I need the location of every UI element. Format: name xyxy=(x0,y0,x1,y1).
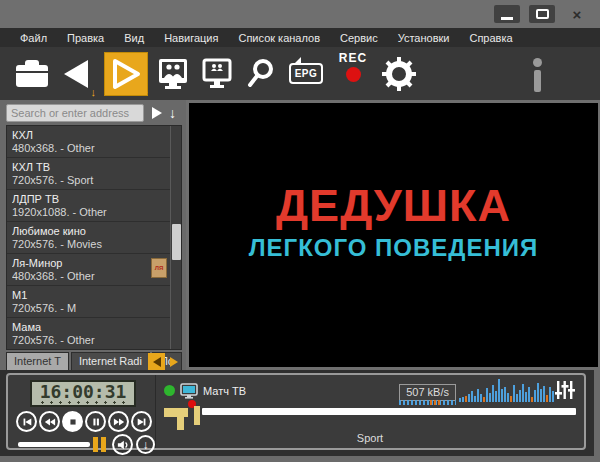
info-button[interactable] xyxy=(532,51,542,99)
channel-name: КХЛ xyxy=(12,129,166,142)
seek-row xyxy=(164,405,576,431)
spectrum-bar xyxy=(489,393,491,402)
bitrate-wrap: 507 kB/s xyxy=(399,382,456,400)
small-down-arrow-icon: ↓ xyxy=(144,84,150,95)
category-label: Sport xyxy=(164,431,576,446)
channel-list-item[interactable]: КХЛ ТВ720x576. - Sport xyxy=(7,158,170,190)
now-playing-label: Матч ТВ xyxy=(203,385,399,397)
dropdown-arrow-icon[interactable]: ↓ xyxy=(169,106,176,120)
display-icon xyxy=(201,57,233,91)
rewind-icon xyxy=(44,416,56,428)
play-icon xyxy=(111,58,141,90)
video-screen[interactable]: ДЕДУШКА ЛЕГКОГО ПОВЕДЕНИЯ xyxy=(189,103,598,367)
spectrum-bar xyxy=(528,387,530,402)
tab-scroll-left-button[interactable] xyxy=(148,353,165,370)
rec-label: REC xyxy=(339,52,367,64)
minimize-icon xyxy=(501,17,513,20)
record-button[interactable]: REC xyxy=(332,50,374,98)
skip-start-icon xyxy=(21,416,33,428)
equalizer-icon[interactable] xyxy=(554,379,576,401)
spectrum-bar xyxy=(474,396,476,402)
spectrum-bar xyxy=(459,398,461,402)
stop-icon xyxy=(67,416,79,428)
channel-list-item[interactable]: Любимое кино720x576. - Movies xyxy=(7,222,170,254)
info-icon xyxy=(533,58,542,67)
titlebar: × xyxy=(0,0,600,28)
open-folder-icon xyxy=(14,59,50,89)
screenshot-button[interactable] xyxy=(154,50,192,98)
stop-button[interactable] xyxy=(62,411,83,432)
playlist-tab[interactable]: Internet T xyxy=(6,352,69,370)
settings-button[interactable] xyxy=(380,50,418,98)
clock-lcd: 16:00:31 xyxy=(30,380,136,407)
menu-item[interactable]: Файл xyxy=(10,30,57,46)
small-down-arrow-icon: ↓ xyxy=(91,87,97,98)
channel-info: 720x576. - Movies xyxy=(12,238,166,251)
close-button[interactable]: × xyxy=(564,5,590,23)
spectrum-bar xyxy=(495,391,497,402)
clock-time: 16:00:31 xyxy=(40,383,127,401)
channel-list-item[interactable]: КХЛ480x368. - Other xyxy=(7,126,170,158)
volume-slider[interactable] xyxy=(18,442,90,447)
play-button[interactable]: ↓ xyxy=(104,52,148,96)
channel-info: 1920x1088. - Other xyxy=(12,206,166,219)
seek-bar[interactable] xyxy=(202,408,576,415)
menu-item[interactable]: Справка xyxy=(459,30,522,46)
spectrum-bar xyxy=(483,397,485,402)
display-channels-button[interactable] xyxy=(198,50,236,98)
menu-item[interactable]: Сервис xyxy=(330,30,388,46)
channel-info: 720x576. - Sport xyxy=(12,174,166,187)
fast-forward-icon xyxy=(113,416,125,428)
spectrum-bar xyxy=(519,390,521,402)
channel-name: Любимое кино xyxy=(12,225,166,238)
spectrum-bar xyxy=(543,386,545,402)
down-arrow-icon: ↓ xyxy=(143,439,149,451)
channel-list-item[interactable]: ЛДПР ТВ1920x1088. - Other xyxy=(7,190,170,222)
video-title-line1: ДЕДУШКА xyxy=(276,183,511,228)
channel-info: 480x368. - Other xyxy=(12,270,166,283)
minimize-button[interactable] xyxy=(494,5,520,23)
channel-name: М1 xyxy=(12,289,166,302)
tab-scroll-right-button[interactable] xyxy=(165,353,182,370)
fast-forward-button[interactable] xyxy=(108,411,129,432)
previous-channel-button[interactable]: ↓ xyxy=(58,50,94,98)
channel-name: ЛДПР ТВ xyxy=(12,193,166,206)
spectrum-bar xyxy=(504,387,506,402)
bottom-bar: 16:00:31 xyxy=(0,370,600,462)
seek-position-mark[interactable] xyxy=(194,406,200,425)
mute-button[interactable] xyxy=(112,434,133,455)
go-play-icon[interactable] xyxy=(152,107,162,119)
channel-list-item[interactable]: Мама720x576. - Other xyxy=(7,318,170,349)
main-area: ↓ КХЛ480x368. - OtherКХЛ ТВ720x576. - Sp… xyxy=(0,100,600,370)
channel-list-item[interactable]: Ля-Минор480x368. - OtherЛЯ xyxy=(7,254,170,286)
epg-button[interactable]: EPG xyxy=(286,50,326,98)
timeshift-buffer xyxy=(164,408,188,417)
skip-start-button[interactable] xyxy=(16,411,37,432)
monitor-icon xyxy=(180,383,198,399)
skip-end-button[interactable] xyxy=(131,411,152,432)
channel-list-item[interactable]: М1720x576. - М xyxy=(7,286,170,318)
open-file-button[interactable] xyxy=(12,50,52,98)
scrollbar-thumb[interactable] xyxy=(172,224,181,260)
rewind-button[interactable] xyxy=(39,411,60,432)
panel-collapse-button[interactable]: ↓ xyxy=(136,435,155,454)
channel-list: КХЛ480x368. - OtherКХЛ ТВ720x576. - Spor… xyxy=(7,126,170,349)
channel-name: Мама xyxy=(12,321,166,334)
menu-item[interactable]: Установки xyxy=(388,30,460,46)
menu-item[interactable]: Список каналов xyxy=(228,30,330,46)
menu-item[interactable]: Вид xyxy=(114,30,154,46)
spectrum-bar xyxy=(462,397,464,402)
maximize-button[interactable] xyxy=(529,5,555,23)
pause-button[interactable] xyxy=(85,411,106,432)
menu-item[interactable]: Правка xyxy=(57,30,114,46)
playlist-tab[interactable]: Internet Radi xyxy=(71,352,150,370)
search-button[interactable] xyxy=(242,50,280,98)
search-input[interactable] xyxy=(6,104,144,122)
right-arrow-icon xyxy=(170,357,178,367)
channel-list-scrollbar[interactable] xyxy=(170,126,181,349)
pause-icon xyxy=(90,416,102,428)
spectrum-bar xyxy=(492,385,494,402)
timeshift-handle[interactable] xyxy=(177,416,184,430)
menu-item[interactable]: Навигация xyxy=(154,30,228,46)
epg-icon: EPG xyxy=(289,63,324,84)
